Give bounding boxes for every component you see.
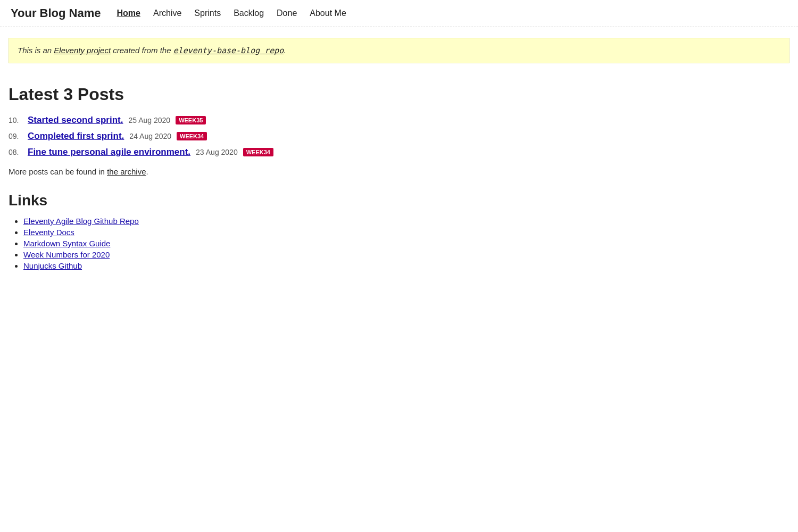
- banner-text-middle: created from the: [111, 46, 173, 55]
- post-item: 08. Fine tune personal agile environment…: [9, 147, 789, 157]
- links-list: Eleventy Agile Blog Github Repo Eleventy…: [9, 217, 789, 270]
- nav-about[interactable]: About Me: [310, 9, 346, 18]
- post-item: 09. Completed first sprint. 24 Aug 2020 …: [9, 131, 789, 142]
- week-badge: WEEK34: [243, 148, 273, 156]
- latest-posts-heading: Latest 3 Posts: [9, 85, 789, 104]
- archive-link-text: More posts can be found in the archive.: [9, 167, 789, 176]
- post-title-fine-tune[interactable]: Fine tune personal agile environment.: [28, 147, 190, 157]
- site-title: Your Blog Name: [11, 6, 101, 20]
- post-number: 10.: [9, 116, 22, 124]
- site-header: Your Blog Name Home Archive Sprints Back…: [0, 0, 798, 27]
- main-nav: Home Archive Sprints Backlog Done About …: [117, 9, 346, 18]
- nav-home[interactable]: Home: [117, 9, 140, 18]
- week-badge: WEEK34: [177, 132, 207, 140]
- post-number: 08.: [9, 148, 22, 156]
- link-markdown-syntax[interactable]: Markdown Syntax Guide: [23, 239, 110, 248]
- post-date: 24 Aug 2020: [129, 132, 171, 140]
- post-date: 25 Aug 2020: [128, 116, 170, 124]
- info-banner: This is an Eleventy project created from…: [9, 38, 789, 63]
- nav-archive[interactable]: Archive: [153, 9, 181, 18]
- post-number: 09.: [9, 132, 22, 140]
- main-content: Latest 3 Posts 10. Started second sprint…: [0, 74, 798, 288]
- list-item: Nunjucks Github: [23, 261, 789, 270]
- post-title-started-second-sprint[interactable]: Started second sprint.: [28, 115, 123, 126]
- archive-text-before: More posts can be found in: [9, 167, 107, 176]
- banner-text-before: This is an: [18, 46, 54, 55]
- list-item: Eleventy Docs: [23, 228, 789, 237]
- list-item: Week Numbers for 2020: [23, 250, 789, 259]
- link-week-numbers[interactable]: Week Numbers for 2020: [23, 250, 110, 259]
- post-title-completed-first-sprint[interactable]: Completed first sprint.: [28, 131, 124, 142]
- eleventy-project-link[interactable]: Eleventy project: [54, 46, 111, 55]
- links-heading: Links: [9, 192, 789, 209]
- archive-link[interactable]: the archive: [107, 167, 146, 176]
- base-blog-repo-link[interactable]: eleventy-base-blog repo: [173, 46, 284, 55]
- post-item: 10. Started second sprint. 25 Aug 2020 W…: [9, 115, 789, 126]
- nav-sprints[interactable]: Sprints: [194, 9, 221, 18]
- nav-backlog[interactable]: Backlog: [234, 9, 264, 18]
- banner-text-after: .: [284, 46, 286, 55]
- link-nunjucks[interactable]: Nunjucks Github: [23, 261, 82, 270]
- link-eleventy-agile-blog[interactable]: Eleventy Agile Blog Github Repo: [23, 217, 139, 226]
- list-item: Eleventy Agile Blog Github Repo: [23, 217, 789, 226]
- archive-text-after: .: [146, 167, 148, 176]
- post-date: 23 Aug 2020: [196, 148, 238, 156]
- week-badge: WEEK35: [176, 116, 206, 124]
- list-item: Markdown Syntax Guide: [23, 239, 789, 248]
- posts-list: 10. Started second sprint. 25 Aug 2020 W…: [9, 115, 789, 157]
- nav-done[interactable]: Done: [277, 9, 297, 18]
- link-eleventy-docs[interactable]: Eleventy Docs: [23, 228, 74, 237]
